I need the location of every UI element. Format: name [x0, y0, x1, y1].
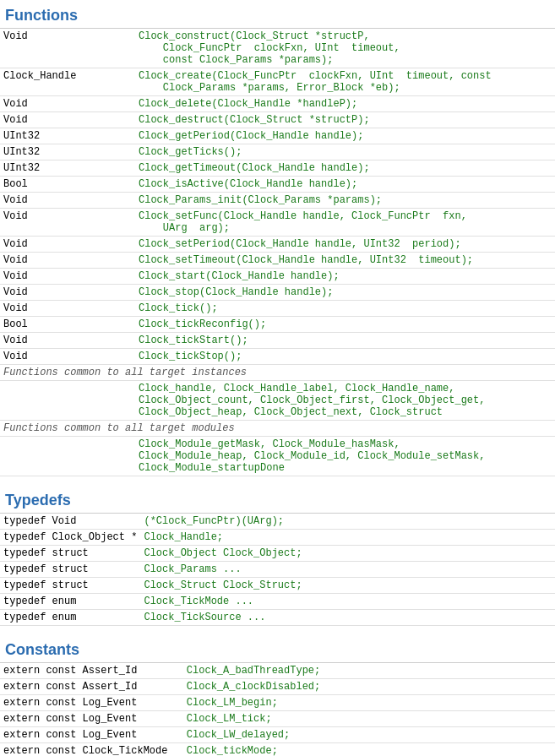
table-row: typedef Clock_Object * Clock_Handle;: [0, 530, 555, 546]
const-type: extern const Assert_Id: [0, 663, 183, 679]
common-instance-label: Functions common to all target instances: [0, 365, 555, 381]
return-type: UInt32: [0, 160, 135, 177]
table-row: extern const Log_Event Clock_LM_begin;: [0, 695, 555, 711]
signature: Clock_getPeriod(Clock_Handle handle);: [135, 128, 555, 144]
signature: Clock_tickStop();: [135, 349, 555, 365]
typedefs-section-header: Typedefs: [0, 485, 555, 514]
table-row: typedef struct Clock_Struct Clock_Struct…: [0, 578, 555, 594]
table-row: Void Clock_setFunc(Clock_Handle handle, …: [0, 209, 555, 237]
signature: Clock_setTimeout(Clock_Handle handle, UI…: [135, 253, 555, 269]
const-type: extern const Clock_TickMode: [0, 743, 183, 757]
table-row: Bool Clock_isActive(Clock_Handle handle)…: [0, 177, 555, 193]
table-row: extern const Log_Event Clock_LW_delayed;: [0, 727, 555, 743]
table-row: typedef Void (*Clock_FuncPtr)(UArg);: [0, 514, 555, 530]
table-row: extern const Clock_TickMode Clock_tickMo…: [0, 743, 555, 757]
signature: Clock_delete(Clock_Handle *handleP);: [135, 96, 555, 112]
return-type: Bool: [0, 177, 135, 193]
signature: Clock_Params_init(Clock_Params *params);: [135, 193, 555, 209]
return-type: Bool: [0, 317, 135, 333]
table-row: Void Clock_stop(Clock_Handle handle);: [0, 285, 555, 301]
const-def: Clock_A_clockDisabled;: [183, 679, 555, 695]
return-type: Void: [0, 112, 135, 128]
table-row: typedef struct Clock_Params ...: [0, 562, 555, 578]
typedef-type: typedef Clock_Object *: [0, 530, 140, 546]
signature: Clock_tickStart();: [135, 333, 555, 349]
table-row: typedef enum Clock_TickMode ...: [0, 594, 555, 610]
signature: Clock_getTimeout(Clock_Handle handle);: [135, 160, 555, 177]
const-type: extern const Log_Event: [0, 695, 183, 711]
functions-section-header: Functions: [0, 0, 555, 29]
table-row: typedef struct Clock_Object Clock_Object…: [0, 546, 555, 562]
table-row: Bool Clock_tickReconfig();: [0, 317, 555, 333]
common-module-label: Functions common to all target modules: [0, 421, 555, 437]
typedef-def: Clock_TickMode ...: [140, 594, 555, 610]
common-instance-funcs-row: Clock_handle, Clock_Handle_label, Clock_…: [0, 381, 555, 421]
const-def: Clock_tickMode;: [183, 743, 555, 757]
signature: Clock_construct(Clock_Struct *structP, C…: [135, 29, 555, 68]
constants-label: Constants: [5, 641, 79, 658]
typedef-type: typedef Void: [0, 514, 140, 530]
signature: Clock_isActive(Clock_Handle handle);: [135, 177, 555, 193]
table-row: Void Clock_delete(Clock_Handle *handleP)…: [0, 96, 555, 112]
constants-table: extern const Assert_Id Clock_A_badThread…: [0, 663, 555, 756]
return-type: UInt32: [0, 144, 135, 160]
signature: Clock_getTicks();: [135, 144, 555, 160]
page-container: Functions Void Clock_construct(Clock_Str…: [0, 0, 555, 756]
return-type: Void: [0, 29, 135, 68]
typedef-type: typedef enum: [0, 594, 140, 610]
signature: Clock_tickReconfig();: [135, 317, 555, 333]
constants-block: extern const Assert_Id Clock_A_badThread…: [0, 663, 555, 756]
typedef-def: Clock_Handle;: [140, 530, 555, 546]
signature: Clock_start(Clock_Handle handle);: [135, 269, 555, 285]
return-type: Void: [0, 209, 135, 237]
table-row: Void Clock_tick();: [0, 301, 555, 317]
return-type: Void: [0, 349, 135, 365]
signature: Clock_setFunc(Clock_Handle handle, Clock…: [135, 209, 555, 237]
common-module-funcs: Clock_Module_getMask, Clock_Module_hasMa…: [135, 437, 555, 476]
table-row: Void Clock_setTimeout(Clock_Handle handl…: [0, 253, 555, 269]
table-row: typedef enum Clock_TickSource ...: [0, 610, 555, 626]
functions-table: Void Clock_construct(Clock_Struct *struc…: [0, 29, 555, 476]
table-row: Void Clock_Params_init(Clock_Params *par…: [0, 193, 555, 209]
table-row: UInt32 Clock_getTicks();: [0, 144, 555, 160]
signature: Clock_stop(Clock_Handle handle);: [135, 285, 555, 301]
return-type: Void: [0, 96, 135, 112]
return-type: Void: [0, 285, 135, 301]
signature: Clock_create(Clock_FuncPtr clockFxn, UIn…: [135, 68, 555, 96]
return-type: Void: [0, 333, 135, 349]
table-row: extern const Log_Event Clock_LM_tick;: [0, 711, 555, 727]
empty-cell: [0, 381, 135, 421]
const-type: extern const Assert_Id: [0, 679, 183, 695]
typedef-def: Clock_Params ...: [140, 562, 555, 578]
const-def: Clock_LW_delayed;: [183, 727, 555, 743]
typedef-type: typedef enum: [0, 610, 140, 626]
signature: Clock_setPeriod(Clock_Handle handle, UIn…: [135, 237, 555, 253]
return-type: Void: [0, 253, 135, 269]
return-type: Void: [0, 301, 135, 317]
const-def: Clock_A_badThreadType;: [183, 663, 555, 679]
functions-block: Void Clock_construct(Clock_Struct *struc…: [0, 29, 555, 476]
table-row: Clock_Handle Clock_create(Clock_FuncPtr …: [0, 68, 555, 96]
table-row: extern const Assert_Id Clock_A_clockDisa…: [0, 679, 555, 695]
typedef-def: Clock_Object Clock_Object;: [140, 546, 555, 562]
common-instance-label-row: Functions common to all target instances: [0, 365, 555, 381]
common-module-funcs-row: Clock_Module_getMask, Clock_Module_hasMa…: [0, 437, 555, 476]
table-row: extern const Assert_Id Clock_A_badThread…: [0, 663, 555, 679]
return-type: Void: [0, 269, 135, 285]
typedefs-label: Typedefs: [5, 492, 71, 509]
const-def: Clock_LM_tick;: [183, 711, 555, 727]
return-type: UInt32: [0, 128, 135, 144]
const-def: Clock_LM_begin;: [183, 695, 555, 711]
typedefs-table: typedef Void (*Clock_FuncPtr)(UArg); typ…: [0, 514, 555, 626]
typedef-def: (*Clock_FuncPtr)(UArg);: [140, 514, 555, 530]
functions-label: Functions: [5, 7, 78, 24]
signature: Clock_destruct(Clock_Struct *structP);: [135, 112, 555, 128]
table-row: UInt32 Clock_getTimeout(Clock_Handle han…: [0, 160, 555, 177]
common-instance-funcs: Clock_handle, Clock_Handle_label, Clock_…: [135, 381, 555, 421]
table-row: Void Clock_construct(Clock_Struct *struc…: [0, 29, 555, 68]
typedefs-block: typedef Void (*Clock_FuncPtr)(UArg); typ…: [0, 514, 555, 626]
table-row: Void Clock_setPeriod(Clock_Handle handle…: [0, 237, 555, 253]
const-type: extern const Log_Event: [0, 727, 183, 743]
typedef-type: typedef struct: [0, 562, 140, 578]
typedef-type: typedef struct: [0, 578, 140, 594]
